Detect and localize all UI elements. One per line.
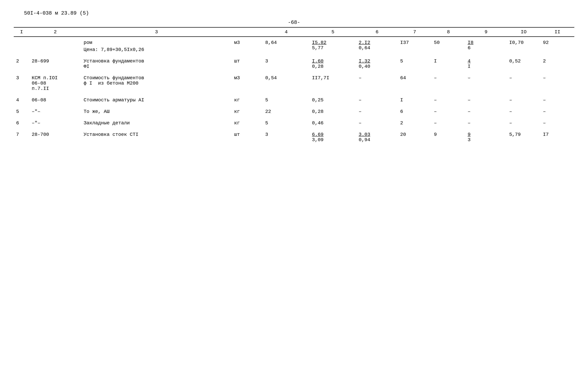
header-col2: 2 — [29, 27, 81, 37]
cell-row5-col9: – — [465, 106, 507, 117]
cell-row6-col4: 5 — [263, 117, 310, 129]
cell-row7-col6: 3.03 0,94 — [356, 129, 398, 146]
cell-row0-col10: I0,70 — [507, 37, 541, 56]
cell-row3-col9: – — [465, 72, 507, 94]
cell-row6-col10: – — [507, 117, 541, 129]
cell-row2-col2: 28-699 — [29, 55, 81, 72]
cell-row2-col6: I.32 0,40 — [356, 55, 398, 72]
cell-row6-col5: 0,46 — [310, 117, 356, 129]
cell-row2-col8: I — [432, 55, 465, 72]
cell-row4-unit: кг — [232, 94, 263, 106]
table-row: 4 06-08 Стоимость арматуры АI кг 5 0,25 … — [14, 94, 574, 106]
cell-row5-col4: 22 — [263, 106, 310, 117]
cell-row3-col1: 3 — [14, 72, 29, 94]
page-number: -68- — [288, 19, 300, 25]
cell-row3-col11: – — [541, 72, 574, 94]
cell-row5-col1: 5 — [14, 106, 29, 117]
cell-row0-col3: ром Цена: 7,89+30,5Ix0,26 — [81, 37, 232, 56]
cell-row2-col7: 5 — [398, 55, 432, 72]
header-unit — [232, 27, 263, 37]
cell-row6-col7: 2 — [398, 117, 432, 129]
cell-row7-unit: шт — [232, 129, 263, 146]
cell-row7-col5: 6.69 3,09 — [310, 129, 356, 146]
header-col5: 5 — [310, 27, 356, 37]
cell-row3-col5: II7,7I — [310, 72, 356, 94]
header-col11: II — [541, 27, 574, 37]
header-col10: IO — [507, 27, 541, 37]
main-table: I 2 3 4 5 6 7 8 9 IO II ром Цена: 7,89+3… — [14, 27, 574, 146]
cell-row4-col5: 0,25 — [310, 94, 356, 106]
cell-row6-col8: – — [432, 117, 465, 129]
cell-row4-col4: 5 — [263, 94, 310, 106]
cell-row4-col3: Стоимость арматуры АI — [81, 94, 232, 106]
cell-row7-col2: 28-700 — [29, 129, 81, 146]
cell-row7-col7: 20 — [398, 129, 432, 146]
page-header: 50I-4-038 м 23.89 (5) -68- — [14, 10, 574, 25]
cell-row5-col6: – — [356, 106, 398, 117]
cell-row7-col11: I7 — [541, 129, 574, 146]
cell-row5-unit: кг — [232, 106, 263, 117]
cell-row4-col10: – — [507, 94, 541, 106]
cell-row4-col8: – — [432, 94, 465, 106]
cell-row3-unit: м3 — [232, 72, 263, 94]
cell-row3-col6: – — [356, 72, 398, 94]
cell-row5-col3: То же, АШ — [81, 106, 232, 117]
cell-row0-col5: I5.82 5,77 — [310, 37, 356, 56]
cell-row6-col1: 6 — [14, 117, 29, 129]
cell-row6-col3: Закладные детали — [81, 117, 232, 129]
table-row: 5 –"– То же, АШ кг 22 0,28 – 6 – – – – — [14, 106, 574, 117]
cell-row2-col1: 2 — [14, 55, 29, 72]
cell-row7-col8: 9 — [432, 129, 465, 146]
header-col8: 8 — [432, 27, 465, 37]
cell-row3-col7: 64 — [398, 72, 432, 94]
table-row: 3 КСМ п.IOI 06-08 п.7.II Стоимость фунда… — [14, 72, 574, 94]
header-col6: 6 — [356, 27, 398, 37]
cell-row2-col5: I.60 0,28 — [310, 55, 356, 72]
cell-row5-col8: – — [432, 106, 465, 117]
cell-row4-col2: 06-08 — [29, 94, 81, 106]
cell-row3-col4: 0,54 — [263, 72, 310, 94]
cell-row6-col9: – — [465, 117, 507, 129]
cell-row5-col5: 0,28 — [310, 106, 356, 117]
cell-row2-col10: 0,52 — [507, 55, 541, 72]
table-row: 6 –"– Закладные детали кг 5 0,46 – 2 – –… — [14, 117, 574, 129]
cell-row6-unit: кг — [232, 117, 263, 129]
cell-row2-col3: Установка фундаментов ФI — [81, 55, 232, 72]
cell-row0-col4: 8,64 — [263, 37, 310, 56]
header-col4: 4 — [263, 27, 310, 37]
cell-row0-col2 — [29, 37, 81, 56]
cell-row7-col3: Установка стоек CTI — [81, 129, 232, 146]
cell-row7-col9: 9 3 — [465, 129, 507, 146]
cell-row0-unit: м3 — [232, 37, 263, 56]
doc-number: 50I-4-038 м 23.89 (5) — [24, 10, 89, 16]
cell-row0-col1 — [14, 37, 29, 56]
cell-row4-col6: – — [356, 94, 398, 106]
table-header-row: I 2 3 4 5 6 7 8 9 IO II — [14, 27, 574, 37]
header-col3: 3 — [81, 27, 232, 37]
cell-row2-unit: шт — [232, 55, 263, 72]
header-col1: I — [14, 27, 29, 37]
cell-row6-col2: –"– — [29, 117, 81, 129]
cell-row4-col11: – — [541, 94, 574, 106]
cell-row3-col8: – — [432, 72, 465, 94]
cell-row5-col2: –"– — [29, 106, 81, 117]
header-col9: 9 — [465, 27, 507, 37]
cell-row7-col4: 3 — [263, 129, 310, 146]
cell-row5-col11: – — [541, 106, 574, 117]
cell-row2-col4: 3 — [263, 55, 310, 72]
table-row: ром Цена: 7,89+30,5Ix0,26 м3 8,64 I5.82 … — [14, 37, 574, 56]
cell-row0-col11: 92 — [541, 37, 574, 56]
cell-row2-col11: 2 — [541, 55, 574, 72]
cell-row6-col11: – — [541, 117, 574, 129]
cell-row0-col8: 50 — [432, 37, 465, 56]
cell-row4-col9: – — [465, 94, 507, 106]
table-row: 2 28-699 Установка фундаментов ФI шт 3 I… — [14, 55, 574, 72]
cell-row2-col9: 4 I — [465, 55, 507, 72]
cell-row7-col10: 5,79 — [507, 129, 541, 146]
cell-row3-col2: КСМ п.IOI 06-08 п.7.II — [29, 72, 81, 94]
cell-row3-col3: Стоимость фундаментов ф I из бетона М200 — [81, 72, 232, 94]
cell-row0-col6: 2.I2 0,64 — [356, 37, 398, 56]
cell-row7-col1: 7 — [14, 129, 29, 146]
cell-row4-col1: 4 — [14, 94, 29, 106]
cell-row3-col10: – — [507, 72, 541, 94]
